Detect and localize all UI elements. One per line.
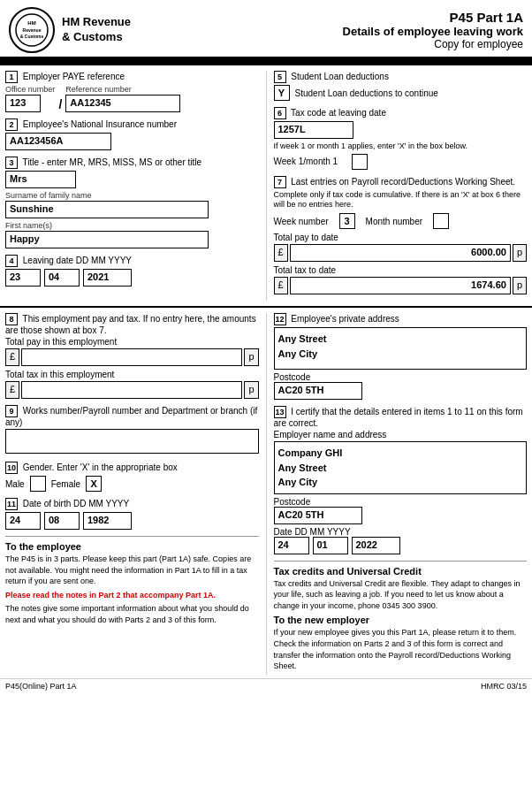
section-10: 10 Gender. Enter 'X' in the appropriate … bbox=[5, 462, 259, 492]
employee-text-2: The notes give some important informatio… bbox=[5, 603, 259, 625]
surname-field: Sunshine bbox=[5, 201, 209, 218]
female-checkbox: X bbox=[86, 476, 102, 492]
tax-credits-heading: Tax credits and Universal Credit bbox=[274, 566, 528, 577]
section-num-9: 9 bbox=[5, 405, 18, 417]
month-number-field bbox=[433, 213, 449, 229]
left-column: 1 Employer PAYE reference Office number … bbox=[5, 71, 266, 301]
section-4: 4 Leaving date DD MM YYYY 23 04 2021 bbox=[5, 255, 259, 287]
section-6: 6 Tax code at leaving date 1257L If week… bbox=[274, 107, 528, 170]
bottom-left-column: 8 This employment pay and tax. If no ent… bbox=[5, 313, 266, 675]
pound-symbol-tax: £ bbox=[274, 277, 288, 294]
tax-credits-text: Tax credits and Universal Credit are fle… bbox=[274, 578, 528, 612]
bottom-right-column: 12 Employee's private address Any Street… bbox=[266, 313, 528, 675]
office-number-field: 123 bbox=[5, 95, 41, 112]
section-num-6: 6 bbox=[274, 107, 286, 119]
employee-address-field: Any Street Any City bbox=[274, 327, 528, 370]
employee-text-red: Please read the notes in Part 2 that acc… bbox=[5, 590, 259, 601]
main-title: P45 Part 1A bbox=[343, 10, 523, 25]
employer-postcode-field: AC20 5TH bbox=[274, 507, 362, 524]
footer-left-label: P45(Online) Part 1A bbox=[5, 682, 77, 691]
total-tax-field: 1674.60 bbox=[290, 277, 511, 294]
title-area: P45 Part 1A Details of employee leaving … bbox=[343, 10, 523, 50]
page-footer: P45(Online) Part 1A HMRC 03/15 bbox=[0, 678, 532, 693]
section-num-10: 10 bbox=[5, 462, 18, 474]
birth-day-field: 24 bbox=[5, 512, 41, 530]
leaving-month-field: 04 bbox=[44, 269, 80, 287]
cert-month-field: 01 bbox=[313, 537, 348, 554]
pence-symbol-emp-tax: p bbox=[244, 381, 258, 399]
main-divider bbox=[0, 306, 532, 308]
pence-symbol-pay: p bbox=[513, 244, 527, 262]
firstname-field: Happy bbox=[5, 231, 209, 248]
section-num-4: 4 bbox=[5, 255, 18, 267]
section-num-1: 1 bbox=[5, 71, 18, 83]
pound-symbol-pay: £ bbox=[274, 244, 288, 262]
employer-address-field: Company GHI Any Street Any City bbox=[274, 441, 528, 494]
logo-text: HM Revenue & Customs bbox=[62, 15, 131, 45]
section-1: 1 Employer PAYE reference Office number … bbox=[5, 71, 259, 112]
emp-tax-field bbox=[21, 381, 242, 399]
section-num-12: 12 bbox=[274, 313, 286, 325]
section-3: 3 Title - enter MR, MRS, MISS, MS or oth… bbox=[5, 157, 259, 248]
male-checkbox bbox=[30, 476, 46, 492]
cert-day-field: 24 bbox=[274, 537, 309, 554]
leaving-year-field: 2021 bbox=[83, 269, 132, 287]
section-num-8: 8 bbox=[5, 313, 18, 325]
section-2: 2 Employee's National Insurance number A… bbox=[5, 118, 259, 150]
hmrc-logo: HM Revenue & Customs bbox=[9, 7, 55, 53]
cert-year-field: 2022 bbox=[352, 537, 400, 554]
section-9: 9 Works number/Payroll number and Depart… bbox=[5, 405, 259, 455]
black-bar bbox=[0, 60, 532, 65]
svg-text:HM: HM bbox=[27, 20, 35, 26]
bottom-columns: 8 This employment pay and tax. If no ent… bbox=[0, 313, 532, 675]
week-number-field: 3 bbox=[339, 213, 355, 229]
right-column: 5 Student Loan deductions Y Student Loan… bbox=[266, 71, 528, 301]
pound-symbol-emp-tax: £ bbox=[5, 381, 19, 399]
tax-code-field: 1257L bbox=[274, 121, 353, 139]
week-month-checkbox bbox=[352, 154, 368, 170]
student-loan-checkbox: Y bbox=[274, 85, 290, 101]
copy-label: Copy for employee bbox=[343, 38, 523, 50]
total-pay-field: 6000.00 bbox=[290, 244, 511, 262]
birth-month-field: 08 bbox=[44, 512, 80, 530]
svg-text:& Customs: & Customs bbox=[20, 34, 44, 39]
section-8: 8 This employment pay and tax. If no ent… bbox=[5, 313, 259, 399]
title-field: Mrs bbox=[5, 171, 76, 188]
sub-title: Details of employee leaving work bbox=[343, 25, 523, 38]
section-num-2: 2 bbox=[5, 118, 18, 131]
page-header: HM Revenue & Customs HM Revenue & Custom… bbox=[0, 0, 532, 60]
emp-pay-field bbox=[21, 348, 242, 366]
birth-year-field: 1982 bbox=[83, 512, 132, 530]
section-num-13: 13 bbox=[274, 406, 286, 418]
section-13: 13 I certify that the details entered in… bbox=[274, 406, 528, 554]
pound-symbol-emp-pay: £ bbox=[5, 348, 19, 366]
employee-text-1: The P45 is in 3 parts. Please keep this … bbox=[5, 554, 259, 587]
pence-symbol-emp-pay: p bbox=[244, 348, 258, 366]
section-12: 12 Employee's private address Any Street… bbox=[274, 313, 528, 400]
leaving-day-field: 23 bbox=[5, 269, 41, 287]
section-11: 11 Date of birth DD MM YYYY 24 08 1982 bbox=[5, 498, 259, 530]
national-insurance-field: AA123456A bbox=[5, 133, 111, 150]
new-employer-heading: To the new employer bbox=[274, 615, 528, 625]
employee-postcode-field: AC20 5TH bbox=[274, 382, 362, 400]
employee-heading: To the employee bbox=[5, 541, 259, 552]
top-columns: 1 Employer PAYE reference Office number … bbox=[0, 71, 532, 301]
footer-right-label: HMRC 03/15 bbox=[481, 682, 527, 691]
pence-symbol-tax: p bbox=[513, 277, 527, 294]
section-num-11: 11 bbox=[5, 498, 18, 510]
new-employer-text: If your new employee gives you this Part… bbox=[274, 627, 528, 671]
section-num-7: 7 bbox=[274, 176, 286, 188]
section-num-5: 5 bbox=[274, 71, 286, 83]
section-5: 5 Student Loan deductions Y Student Loan… bbox=[274, 71, 528, 101]
svg-text:Revenue: Revenue bbox=[23, 27, 42, 33]
section-num-3: 3 bbox=[5, 157, 18, 169]
reference-number-field: AA12345 bbox=[65, 95, 180, 112]
works-number-field bbox=[5, 429, 259, 454]
logo-area: HM Revenue & Customs HM Revenue & Custom… bbox=[9, 7, 131, 53]
section-7: 7 Last entries on Payroll record/Deducti… bbox=[274, 176, 528, 294]
